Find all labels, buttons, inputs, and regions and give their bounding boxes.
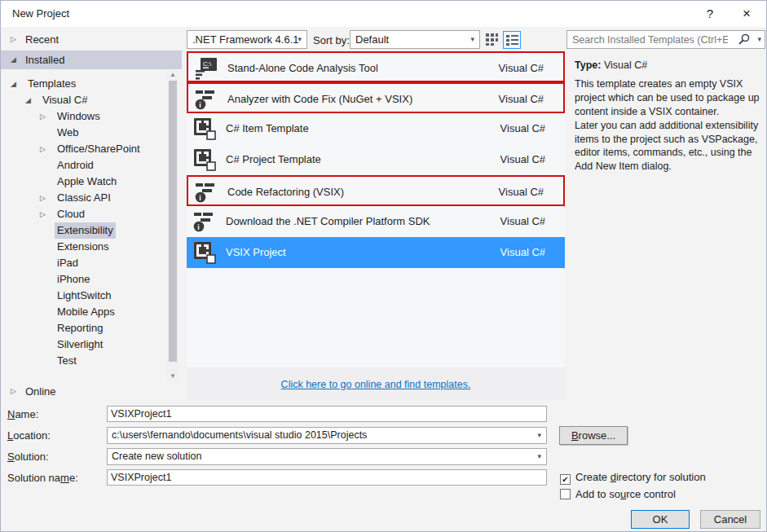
chevron-down-icon: ▾ [537, 449, 541, 464]
svg-text:i: i [199, 194, 201, 202]
list-footer: Click here to go online and find templat… [187, 367, 565, 400]
tree-item-templates[interactable]: ◢Templates [1, 76, 167, 92]
analyzer-icon: i [195, 181, 218, 204]
tree-item-mobile-apps[interactable]: Mobile Apps [1, 304, 167, 320]
tree-item-visual-csharp[interactable]: ◢Visual C# [1, 92, 167, 108]
tree-item-test[interactable]: Test [1, 353, 167, 369]
project-form: Name: Location: c:\users\fernando\docume… [1, 400, 767, 532]
template-item-csharp-project-template[interactable]: C# Project Template Visual C# [187, 144, 565, 175]
cancel-button[interactable]: Cancel [700, 510, 760, 529]
template-type: Type: Visual C# [575, 59, 647, 71]
create-directory-label: Create directory for solution [575, 471, 706, 483]
tree-item-extensibility[interactable]: Extensibility [1, 222, 167, 239]
dialog-title: New Project [12, 7, 69, 20]
scroll-down-icon[interactable]: ▼ [167, 372, 179, 381]
template-item-code-refactoring-vsix[interactable]: i Code Refactoring (VSIX) Visual C# [187, 175, 565, 206]
tree-item-silverlight[interactable]: Silverlight [1, 336, 167, 353]
chevron-expanded-icon[interactable]: ◢ [25, 92, 31, 108]
svg-text:i: i [197, 223, 200, 231]
chevron-down-icon: ▾ [470, 31, 474, 48]
template-item-download-net-compiler-platform-sdk[interactable]: i Download the .NET Compiler Platform SD… [187, 206, 565, 237]
scrollbar-thumb[interactable] [169, 81, 177, 362]
browse-button[interactable]: Browse... [559, 426, 628, 445]
ok-button[interactable]: OK [631, 510, 690, 529]
tree-scrollbar[interactable]: ▲ ▼ [167, 70, 179, 381]
tree-item-extensions[interactable]: Extensions [1, 239, 167, 255]
template-icon [193, 117, 216, 140]
solution-dropdown[interactable]: Create new solution ▾ [107, 448, 547, 465]
tree-item-web[interactable]: Web [1, 125, 167, 141]
chevron-down-icon: ▾ [537, 428, 541, 443]
chevron-collapsed-icon[interactable]: ▷ [11, 30, 16, 49]
chevron-down-icon: ▾ [298, 31, 302, 48]
analyzer-icon: i [193, 210, 216, 233]
details-panel: Type: Visual C# This template creates an… [573, 27, 767, 400]
template-tree: ◢Templates ◢Visual C# ▷Windows Web ▷Offi… [1, 76, 167, 369]
category-recent[interactable]: ▷ Recent [1, 30, 182, 49]
tree-item-windows[interactable]: ▷Windows [1, 108, 167, 125]
create-directory-checkbox-row[interactable]: ✔Create directory for solution [560, 471, 706, 484]
tree-item-android[interactable]: Android [1, 157, 167, 174]
template-item-analyzer-with-code-fix[interactable]: i Analyzer with Code Fix (NuGet + VSIX) … [187, 82, 565, 113]
project-name-input[interactable] [107, 406, 547, 422]
tree-item-iphone[interactable]: iPhone [1, 271, 167, 288]
category-pane: ▷ Recent ◢ Installed ◢Templates ◢Visual … [1, 27, 182, 400]
template-icon [193, 241, 216, 264]
svg-text:C:\: C:\ [203, 60, 212, 68]
new-project-dialog: New Project ? × ▷ Recent ◢ Installed ◢Te… [0, 0, 767, 532]
scroll-up-icon[interactable]: ▲ [167, 70, 179, 80]
name-label: Name: [7, 408, 38, 420]
template-item-stand-alone-code-analysis-tool[interactable]: C:\ Stand-Alone Code Analysis Tool Visua… [187, 51, 565, 82]
chevron-collapsed-icon[interactable]: ▷ [11, 382, 16, 401]
location-dropdown[interactable]: c:\users\fernando\documents\visual studi… [107, 427, 547, 444]
tree-item-reporting[interactable]: Reporting [1, 320, 167, 336]
framework-dropdown[interactable]: .NET Framework 4.6.1 ▾ [187, 30, 307, 49]
type-value: Visual C# [604, 59, 647, 71]
source-control-label: Add to source control [575, 488, 676, 500]
template-list: C:\ Stand-Alone Code Analysis Tool Visua… [187, 51, 565, 367]
small-icons-view-button[interactable] [483, 31, 501, 49]
list-view-button[interactable] [503, 31, 521, 49]
sort-by-label: Sort by: [313, 34, 350, 46]
template-item-vsix-project[interactable]: VSIX Project Visual C# [187, 237, 565, 268]
solution-name-input[interactable] [107, 469, 547, 486]
find-templates-online-link[interactable]: Click here to go online and find templat… [187, 379, 565, 390]
close-icon[interactable]: × [734, 4, 759, 24]
category-online[interactable]: ▷ Online [1, 382, 182, 401]
help-button[interactable]: ? [698, 4, 722, 24]
tree-item-apple-watch[interactable]: Apple Watch [1, 174, 167, 190]
tree-item-ipad[interactable]: iPad [1, 255, 167, 271]
template-item-csharp-item-template[interactable]: C# Item Template Visual C# [187, 113, 565, 144]
tree-item-cloud[interactable]: ▷Cloud [1, 206, 167, 222]
category-installed[interactable]: ◢ Installed [1, 51, 182, 69]
console-icon: C:\ [195, 57, 218, 80]
solution-name-label: Solution name: [7, 472, 78, 484]
tree-item-office-sharepoint[interactable]: ▷Office/SharePoint [1, 141, 167, 157]
svg-text:i: i [199, 101, 201, 109]
template-description: This template creates an empty VSIX proj… [575, 77, 767, 174]
type-label: Type: [575, 59, 601, 71]
grid-icon [486, 33, 498, 46]
list-icon [506, 34, 518, 46]
location-label: Location: [7, 429, 51, 442]
chevron-collapsed-icon[interactable]: ▷ [40, 141, 46, 157]
checkbox-unchecked-icon[interactable] [560, 489, 571, 499]
chevron-expanded-icon[interactable]: ◢ [11, 76, 16, 92]
chevron-collapsed-icon[interactable]: ▷ [40, 206, 46, 222]
title-bar: New Project ? × [1, 1, 766, 27]
tree-item-lightswitch[interactable]: LightSwitch [1, 288, 167, 304]
source-control-checkbox-row[interactable]: Add to source control [560, 488, 676, 501]
tree-item-classic-api[interactable]: ▷Classic API [1, 190, 167, 206]
chevron-collapsed-icon[interactable]: ▷ [40, 108, 46, 125]
solution-label: Solution: [7, 451, 49, 463]
checkbox-checked-icon[interactable]: ✔ [560, 474, 571, 485]
analyzer-icon: i [195, 88, 218, 111]
chevron-collapsed-icon[interactable]: ▷ [40, 190, 46, 206]
chevron-expanded-icon[interactable]: ◢ [11, 51, 16, 69]
template-icon [193, 148, 216, 171]
sort-dropdown[interactable]: Default ▾ [350, 30, 480, 49]
